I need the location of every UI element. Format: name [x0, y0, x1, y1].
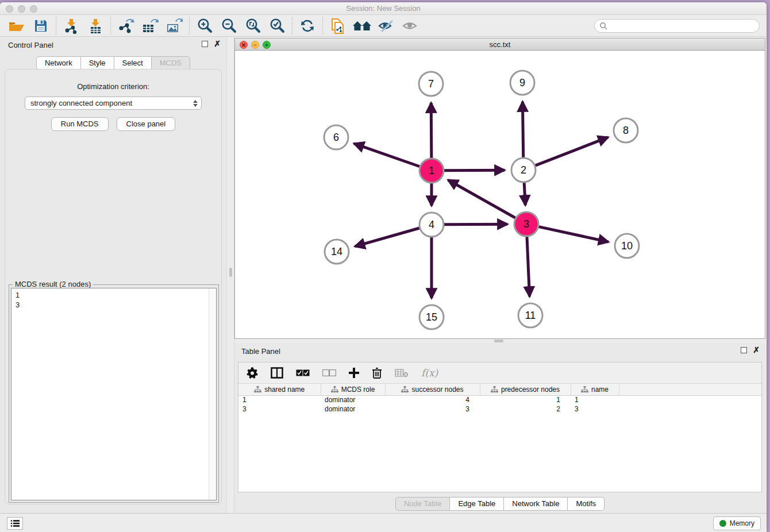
frame-minimize-icon[interactable]: − — [251, 41, 259, 49]
zoom-in-button[interactable] — [192, 17, 217, 35]
import-table-icon — [88, 18, 103, 34]
graph-edge-1-2[interactable] — [444, 170, 505, 171]
table-row[interactable]: 1dominator411 — [238, 395, 761, 404]
columns-icon — [271, 367, 283, 379]
trash-icon — [372, 367, 382, 379]
minimize-window-button[interactable] — [18, 5, 25, 13]
close-window-button[interactable] — [6, 5, 13, 13]
search-input[interactable] — [610, 22, 754, 30]
select-stepper-icon — [193, 100, 198, 107]
zoom-fit-button[interactable] — [241, 17, 265, 35]
mcds-result-list[interactable]: 13 — [11, 288, 217, 500]
table-cell[interactable]: 3 — [385, 404, 480, 414]
table-row[interactable]: 3dominator323 — [238, 404, 761, 414]
tab-mcds[interactable]: MCDS — [152, 56, 190, 70]
column-header[interactable]: predecessor nodes — [480, 384, 571, 395]
mcds-result-item[interactable]: 1 — [16, 290, 216, 300]
table-cell[interactable]: 1 — [480, 395, 571, 404]
vertical-splitter[interactable] — [226, 37, 234, 513]
horizontal-splitter[interactable] — [234, 339, 765, 343]
table-settings-button[interactable] — [247, 367, 258, 379]
graph-edge-3-11[interactable] — [527, 237, 530, 296]
tab-style[interactable]: Style — [81, 56, 114, 70]
graph-edge-3-1[interactable] — [448, 180, 515, 218]
zoom-out-button[interactable] — [217, 17, 241, 35]
sort-tree-icon — [401, 386, 409, 393]
tab-motifs[interactable]: Motifs — [568, 497, 605, 511]
import-network-button[interactable] — [59, 17, 83, 35]
export-network-icon — [117, 18, 134, 34]
mcds-result-item[interactable]: 3 — [16, 300, 216, 310]
graph-edge-2-3[interactable] — [524, 183, 525, 205]
tab-edge-table[interactable]: Edge Table — [450, 497, 504, 511]
show-tasks-button[interactable] — [7, 517, 23, 530]
graph-edge-2-8[interactable] — [536, 137, 609, 165]
table-cell[interactable]: 4 — [385, 395, 480, 404]
new-network-from-selection-button[interactable] — [326, 17, 350, 35]
table-cell[interactable]: dominator — [321, 404, 385, 414]
tab-node-table[interactable]: Node Table — [395, 497, 451, 511]
criterion-select[interactable]: strongly connected component — [25, 97, 202, 110]
graph-edge-2-9[interactable] — [522, 102, 523, 157]
close-panel-icon[interactable]: ✗ — [214, 41, 221, 47]
open-file-button[interactable] — [5, 17, 29, 35]
tab-network[interactable]: Network — [36, 56, 81, 70]
mcds-result-legend: MCDS result (2 nodes) — [13, 280, 93, 288]
zoom-fit-icon — [245, 18, 261, 34]
graph-edge-1-7[interactable] — [431, 103, 432, 158]
close-table-panel-icon[interactable]: ✗ — [753, 347, 760, 353]
run-mcds-button[interactable]: Run MCDS — [51, 117, 109, 131]
memory-button[interactable]: Memory — [713, 516, 761, 530]
graph-edge-4-14[interactable] — [355, 228, 419, 246]
tab-network-table[interactable]: Network Table — [504, 497, 568, 511]
zoom-window-button[interactable] — [30, 5, 37, 13]
frame-close-icon[interactable]: ✕ — [240, 41, 248, 49]
save-session-button[interactable] — [29, 17, 53, 35]
hide-selected-button[interactable] — [374, 17, 398, 35]
table-cell[interactable]: 1 — [571, 395, 619, 404]
table-cell[interactable]: dominator — [321, 395, 385, 404]
float-panel-icon[interactable] — [202, 41, 208, 47]
table-cell[interactable]: 3 — [238, 404, 321, 414]
export-network-button[interactable] — [114, 17, 138, 35]
toggle-panels-button[interactable] — [271, 367, 283, 379]
tab-select[interactable]: Select — [114, 56, 152, 70]
optimization-criterion-label: Optimization criterion: — [5, 82, 221, 91]
graph-edge-3-10[interactable] — [538, 227, 608, 242]
export-table-button[interactable] — [138, 17, 162, 35]
export-image-button[interactable] — [162, 17, 186, 35]
sort-tree-icon — [581, 386, 588, 393]
graph-edge-1-6[interactable] — [354, 144, 419, 167]
column-header[interactable]: shared name — [238, 384, 321, 395]
select-all-columns-button[interactable] — [296, 369, 310, 376]
zoom-selected-button[interactable] — [265, 17, 289, 35]
import-table-button[interactable] — [83, 17, 107, 35]
refresh-button[interactable] — [295, 17, 319, 35]
criterion-value: strongly connected component — [30, 99, 132, 107]
function-builder-button-disabled: f(x) — [421, 367, 438, 379]
column-header[interactable]: name — [571, 384, 619, 395]
delete-column-button[interactable] — [372, 367, 382, 379]
export-image-icon — [165, 18, 183, 34]
search-field[interactable] — [594, 19, 760, 33]
frame-maximize-icon[interactable]: + — [263, 41, 271, 49]
network-canvas[interactable]: 1234678910111415 — [234, 51, 765, 339]
table-cell-filler — [619, 404, 761, 414]
float-table-panel-icon[interactable] — [741, 347, 747, 353]
graph-edge-4-3[interactable] — [444, 224, 507, 225]
table-cell[interactable]: 2 — [480, 404, 571, 414]
show-all-button[interactable] — [398, 17, 422, 35]
column-header[interactable]: MCDS role — [321, 384, 385, 395]
window-title: Session: New Session — [346, 4, 420, 13]
table-toolbar: f(x) — [238, 363, 761, 384]
table-cell[interactable]: 1 — [238, 395, 321, 404]
mcds-result-group: MCDS result (2 nodes) 13 — [9, 284, 219, 503]
nested-networks-button[interactable] — [350, 17, 374, 35]
table-cell[interactable]: 3 — [571, 404, 619, 414]
network-frame: ✕ − + scc.txt 1234678910111415 — [234, 38, 765, 339]
unselect-all-columns-button[interactable] — [322, 369, 336, 376]
create-column-button[interactable] — [349, 368, 359, 378]
result-list-scrollbar[interactable] — [209, 288, 216, 500]
column-header[interactable]: successor nodes — [385, 384, 480, 395]
close-panel-button[interactable]: Close panel — [117, 117, 176, 131]
